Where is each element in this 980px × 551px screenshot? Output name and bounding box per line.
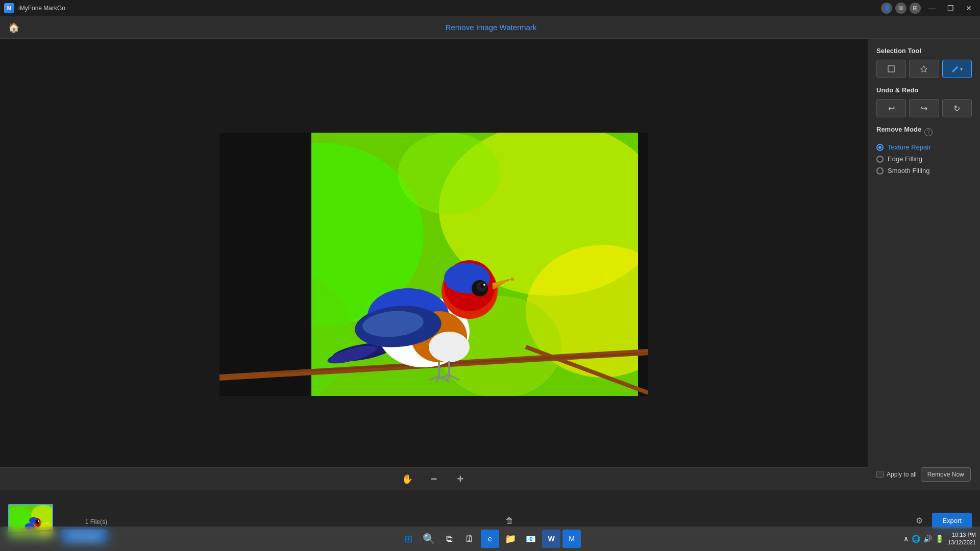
taskbar-center: ⊞ 🔍 ⧉ 🗓 e 📁 📧 W M [399, 530, 581, 548]
right-panel: Selection Tool [868, 39, 980, 490]
widgets-taskbar-icon[interactable]: 🗓 [460, 530, 479, 548]
title-bar-controls: 👤 ✉ ⊞ — ❐ ✕ [881, 3, 976, 14]
search-taskbar-icon[interactable]: 🔍 [420, 530, 438, 548]
selection-tool-section: Selection Tool [876, 47, 972, 78]
markgo-taskbar-icon[interactable]: M [562, 530, 581, 548]
settings-button[interactable]: ⚙ [912, 513, 927, 529]
selection-tool-title: Selection Tool [876, 47, 972, 55]
title-bar-left: M iMyFone MarkGo [4, 3, 65, 13]
top-bar: 🏠 Remove Image Watermark [0, 16, 980, 39]
svg-point-17 [429, 332, 470, 362]
network-icon[interactable]: 🌐 [912, 535, 920, 543]
mail-icon[interactable]: ✉ [895, 3, 906, 14]
mail-taskbar-icon[interactable]: 📧 [522, 530, 540, 548]
texture-repair-option[interactable]: Texture Repair [876, 143, 972, 151]
taskbar: ⊞ 🔍 ⧉ 🗓 e 📁 📧 W M ∧ 🌐 🔊 🔋 10:13 PM 13/12… [0, 527, 980, 551]
shape-select-button[interactable] [909, 60, 939, 78]
title-bar: M iMyFone MarkGo 👤 ✉ ⊞ — ❐ ✕ [0, 0, 980, 16]
remove-now-button[interactable]: Remove Now [921, 467, 971, 482]
restore-button[interactable]: ❐ [943, 3, 958, 13]
taskbar-sys-icons: ∧ 🌐 🔊 🔋 [903, 535, 944, 543]
undo-redo-title: Undo & Redo [876, 86, 972, 94]
page-title: Remove Image Watermark [10, 23, 972, 32]
zoom-out-button[interactable]: − [426, 471, 442, 487]
remove-mode-header: Remove Mode ? [876, 126, 972, 138]
canvas-area: ✋ − + [0, 39, 868, 490]
edge-filling-label: Edge Filling [888, 155, 922, 163]
undo-button[interactable]: ↩ [876, 99, 906, 117]
bottom-toolbar: ✋ − + [0, 467, 868, 490]
redo-button[interactable]: ↪ [909, 99, 939, 117]
main-layout: 🏠 Remove Image Watermark [0, 16, 980, 551]
explorer-taskbar-icon[interactable]: 📁 [501, 530, 520, 548]
apply-all-label: Apply to all [887, 471, 917, 478]
bottom-actions: Apply to all Remove Now [876, 467, 972, 482]
svg-rect-7 [219, 133, 311, 396]
svg-point-29 [511, 278, 514, 281]
refresh-button[interactable]: ↻ [942, 99, 972, 117]
edge-taskbar-icon[interactable]: e [481, 530, 499, 548]
taskview-taskbar-icon[interactable]: ⧉ [440, 530, 458, 548]
svg-point-49 [38, 520, 39, 522]
svg-point-26 [483, 284, 485, 286]
taskbar-time-display: 10:13 PM [948, 531, 976, 539]
user-icon[interactable]: 👤 [881, 3, 892, 14]
title-bar-icons: 👤 ✉ ⊞ [881, 3, 921, 14]
content-area: ✋ − + Selection Tool [0, 39, 980, 490]
apply-all-check[interactable]: Apply to all [876, 471, 917, 478]
delete-button[interactable]: 🗑 [505, 516, 513, 525]
selection-tool-buttons: ▾ [876, 60, 972, 78]
battery-icon[interactable]: 🔋 [935, 535, 944, 543]
image-container [219, 133, 648, 396]
windows-taskbar-icon[interactable]: ⊞ [399, 530, 418, 548]
taskbar-right: ∧ 🌐 🔊 🔋 10:13 PM 13/12/2021 [903, 531, 976, 547]
edge-filling-radio[interactable] [876, 156, 884, 163]
remove-mode-section: Remove Mode ? Texture Repair Edge Fillin… [876, 126, 972, 179]
pen-dropdown-icon[interactable]: ▾ [960, 66, 963, 72]
grid-icon[interactable]: ⊞ [910, 3, 921, 14]
apply-all-checkbox[interactable] [876, 471, 884, 478]
texture-repair-radio[interactable] [876, 144, 884, 151]
bird-image [219, 133, 648, 396]
edge-filling-option[interactable]: Edge Filling [876, 155, 972, 163]
rectangle-select-button[interactable] [876, 60, 906, 78]
panel-spacer [876, 187, 972, 459]
hand-tool-button[interactable]: ✋ [399, 471, 415, 487]
svg-rect-38 [888, 66, 894, 72]
undo-redo-buttons: ↩ ↪ ↻ [876, 99, 972, 117]
app-title: iMyFone MarkGo [18, 5, 65, 12]
svg-point-5 [398, 133, 500, 214]
smooth-filling-label: Smooth Filling [888, 167, 929, 174]
chevron-up-icon[interactable]: ∧ [903, 535, 909, 543]
app-icon: M [4, 3, 14, 13]
remove-mode-title: Remove Mode [876, 126, 921, 133]
texture-repair-label: Texture Repair [888, 143, 931, 151]
volume-icon[interactable]: 🔊 [923, 535, 932, 543]
taskbar-date-display: 13/12/2021 [948, 539, 976, 546]
file-count: 1 File(s) [85, 518, 107, 525]
word-taskbar-icon[interactable]: W [542, 530, 560, 548]
smooth-filling-option[interactable]: Smooth Filling [876, 167, 972, 174]
remove-mode-info-icon[interactable]: ? [924, 128, 933, 136]
zoom-in-button[interactable]: + [452, 471, 469, 487]
undo-redo-section: Undo & Redo ↩ ↪ ↻ [876, 86, 972, 117]
svg-rect-8 [638, 133, 648, 396]
bottom-strip-right: 🗑 [505, 516, 513, 525]
smooth-filling-radio[interactable] [876, 167, 884, 174]
taskbar-clock[interactable]: 10:13 PM 13/12/2021 [948, 531, 976, 547]
close-button[interactable]: ✕ [962, 3, 976, 13]
minimize-button[interactable]: — [925, 3, 939, 13]
pen-select-button[interactable]: ▾ [942, 60, 972, 78]
